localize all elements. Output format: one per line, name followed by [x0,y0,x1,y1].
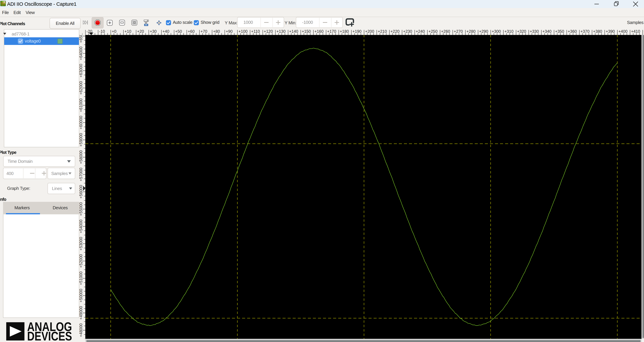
svg-text:+360: +360 [568,29,577,34]
svg-text:+200: +200 [365,29,374,34]
svg-text:+190: +190 [352,29,362,34]
svg-text:+140: +140 [289,29,298,34]
svg-text:+210: +210 [378,29,387,34]
svg-text:+220: +220 [390,29,400,34]
svg-text:+320: +320 [517,29,526,34]
svg-text:+55000: +55000 [79,202,83,216]
svg-text:+50000: +50000 [79,289,83,302]
svg-text:+170: +170 [327,29,336,34]
svg-text:+61000: +61000 [79,98,83,112]
svg-text:+300: +300 [492,29,501,34]
svg-text:+290: +290 [479,29,488,34]
svg-text:+230: +230 [403,29,412,34]
svg-text:+120: +120 [264,29,273,34]
svg-text:+58000: +58000 [79,150,83,164]
svg-text:+51000: +51000 [79,272,83,285]
svg-text:+80: +80 [213,29,220,34]
svg-text:+48000: +48000 [79,323,83,337]
svg-text:+250: +250 [428,29,438,34]
svg-text:+260: +260 [441,29,450,34]
svg-text:+0: +0 [112,29,116,34]
svg-text:+310: +310 [504,29,514,34]
svg-text:+280: +280 [466,29,476,34]
svg-text:+270: +270 [454,29,463,34]
svg-text:+57000: +57000 [79,168,83,181]
svg-text:+60: +60 [188,29,195,34]
svg-text:+110: +110 [251,29,260,34]
svg-text:+62000: +62000 [79,81,83,95]
svg-text:+54000: +54000 [79,220,83,233]
svg-text:+380: +380 [593,29,602,34]
svg-text:+240: +240 [416,29,425,34]
svg-text:+20: +20 [137,29,144,34]
svg-text:+60000: +60000 [79,116,83,129]
svg-text:+160: +160 [314,29,324,34]
svg-text:+40: +40 [162,29,170,34]
svg-text:+370: +370 [580,29,590,34]
svg-text:+330: +330 [530,29,539,34]
svg-text:+52000: +52000 [79,254,83,268]
svg-text:+49000: +49000 [79,306,83,320]
svg-text:+340: +340 [542,29,552,34]
svg-text:+410: +410 [631,29,640,34]
svg-text:+100: +100 [238,29,248,34]
svg-text:+53000: +53000 [79,237,83,251]
svg-text:-10: -10 [99,29,105,34]
svg-text:+90: +90 [226,29,233,34]
svg-text:+180: +180 [340,29,349,34]
svg-text:+350: +350 [555,29,564,34]
svg-text:+390: +390 [606,29,615,34]
svg-text:+50: +50 [175,29,182,34]
svg-text:+150: +150 [302,29,311,34]
svg-text:+30: +30 [150,29,156,34]
svg-text:+65000: +65000 [79,35,83,43]
svg-text:+63000: +63000 [79,64,83,78]
svg-text:+59000: +59000 [79,133,83,147]
svg-text:+70: +70 [200,29,207,34]
svg-text:+10: +10 [124,29,131,34]
svg-text:+130: +130 [276,29,286,34]
svg-text:+400: +400 [618,29,628,34]
svg-text:+64000: +64000 [79,47,83,60]
svg-text:+56000: +56000 [79,185,83,199]
